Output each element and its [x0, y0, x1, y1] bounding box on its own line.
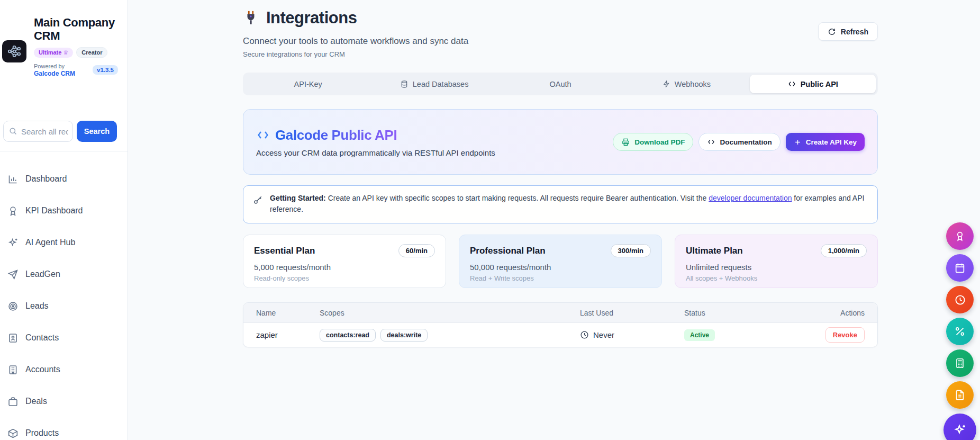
file-text-fab[interactable]	[946, 381, 974, 409]
sidebar: Main Company CRM Ultimate ♕ Creator Powe…	[0, 0, 128, 440]
plan-scopes: Read + Write scopes	[470, 274, 651, 282]
plan-card-professional: Professional Plan 300/min 50,000 request…	[459, 235, 662, 288]
plan-name: Essential Plan	[254, 246, 315, 256]
scopes-cell: contacts:read deals:write	[320, 329, 580, 342]
zap-icon	[663, 80, 670, 88]
status-badge: Active	[684, 329, 715, 341]
sidebar-nav: Dashboard KPI Dashboard AI Agent Hub Lea…	[0, 151, 128, 440]
printer-icon	[621, 138, 630, 147]
network-graph-icon	[6, 43, 23, 59]
award-fab[interactable]	[946, 222, 974, 250]
tab-api-key[interactable]: API-Key	[245, 75, 371, 93]
clock-fab[interactable]	[946, 286, 974, 313]
sidebar-item-products[interactable]: Products	[7, 421, 128, 440]
sidebar-search: Search	[3, 121, 117, 142]
clock-icon	[954, 294, 966, 306]
hero-title: Galcode Public API	[275, 127, 397, 143]
briefcase-icon	[7, 396, 19, 407]
award-icon	[7, 205, 19, 217]
refresh-button[interactable]: Refresh	[818, 22, 878, 41]
plan-name: Professional Plan	[470, 246, 546, 256]
sidebar-item-accounts[interactable]: Accounts	[7, 358, 128, 381]
plan-requests: 50,000 requests/month	[470, 263, 651, 272]
api-key-name: zapier	[256, 330, 320, 339]
database-icon	[400, 80, 409, 88]
create-api-key-button[interactable]: Create API Key	[786, 133, 865, 151]
creator-badge: Creator	[76, 47, 107, 58]
last-used-cell: Never	[580, 330, 684, 339]
contact-card-icon	[7, 333, 19, 344]
col-name: Name	[256, 309, 320, 317]
tab-lead-databases[interactable]: Lead Databases	[371, 75, 497, 93]
integration-tabs: API-Key Lead Databases OAuth Webhooks Pu…	[243, 73, 878, 95]
plus-icon	[794, 138, 802, 146]
page-subtitle: Connect your tools to automate workflows…	[243, 36, 878, 47]
sidebar-item-kpi-dashboard[interactable]: KPI Dashboard	[7, 199, 128, 222]
sidebar-item-contacts[interactable]: Contacts	[7, 326, 128, 349]
bar-chart-icon	[7, 174, 19, 185]
sidebar-item-leadgen[interactable]: LeadGen	[7, 263, 128, 286]
plan-card-essential: Essential Plan 60/min 5,000 requests/mon…	[243, 235, 446, 288]
sparkles-icon	[7, 237, 19, 248]
scope-chip: contacts:read	[320, 329, 376, 342]
building-icon	[7, 364, 19, 375]
brand-link[interactable]: Galcode CRM	[34, 70, 75, 77]
revoke-button[interactable]: Revoke	[825, 327, 865, 343]
clock-icon	[580, 330, 589, 339]
sparkles-fab[interactable]	[943, 414, 976, 440]
getting-started-text: Getting Started: Create an API key with …	[270, 193, 867, 215]
documentation-button[interactable]: Documentation	[698, 133, 780, 151]
powered-by-row: Powered by Galcode CRM v1.3.5	[34, 62, 118, 77]
rate-limit-badge: 60/min	[398, 244, 435, 257]
powered-by-label: Powered by	[34, 62, 75, 70]
calendar-fab[interactable]	[946, 254, 974, 282]
rate-limit-badge: 1,000/min	[821, 244, 867, 257]
table-row: zapier contacts:read deals:write Never A…	[243, 323, 877, 347]
table-header: Name Scopes Last Used Status Actions	[243, 303, 877, 323]
ultimate-badge: Ultimate ♕	[34, 48, 73, 58]
rate-limit-badge: 300/min	[611, 244, 651, 257]
version-badge: v1.3.5	[93, 65, 118, 75]
plan-requests: 5,000 requests/month	[254, 263, 435, 272]
search-button[interactable]: Search	[77, 121, 117, 142]
sidebar-item-deals[interactable]: Deals	[7, 390, 128, 413]
download-pdf-button[interactable]: Download PDF	[613, 133, 693, 151]
page-header: Integrations	[243, 6, 878, 30]
col-scopes: Scopes	[320, 309, 580, 317]
getting-started-box: Getting Started: Create an API key with …	[243, 185, 878, 223]
crown-icon: ♕	[63, 49, 68, 56]
status-cell: Active	[684, 329, 816, 341]
plan-requests: Unlimited requests	[686, 263, 867, 272]
scope-chip: deals:write	[380, 329, 428, 342]
sidebar-item-dashboard[interactable]: Dashboard	[7, 167, 128, 191]
refresh-icon	[828, 28, 836, 36]
box-icon	[7, 428, 19, 439]
plan-card-ultimate: Ultimate Plan 1,000/min Unlimited reques…	[675, 235, 878, 288]
calendar-icon	[954, 262, 966, 274]
col-status: Status	[684, 309, 816, 317]
plan-badges: Ultimate ♕ Creator	[34, 47, 118, 58]
calculator-fab[interactable]	[946, 349, 974, 377]
page-title: Integrations	[266, 8, 357, 28]
percent-icon	[954, 326, 966, 337]
sidebar-item-ai-agent-hub[interactable]: AI Agent Hub	[7, 231, 128, 254]
search-icon	[8, 127, 17, 136]
floating-action-buttons	[943, 222, 976, 440]
plan-scopes: All scopes + Webhooks	[686, 274, 867, 282]
calculator-icon	[954, 357, 966, 369]
code-icon	[787, 80, 796, 88]
page-caption: Secure integrations for your CRM	[243, 50, 878, 58]
tab-public-api[interactable]: Public API	[750, 75, 876, 93]
plan-scopes: Read-only scopes	[254, 274, 435, 282]
key-icon	[253, 195, 263, 205]
sidebar-header: Main Company CRM Ultimate ♕ Creator Powe…	[0, 0, 128, 91]
main-area: Integrations Connect your tools to autom…	[128, 0, 980, 440]
percent-fab[interactable]	[946, 318, 974, 345]
hero-subtitle: Access your CRM data programmatically vi…	[256, 148, 495, 157]
file-text-icon	[954, 389, 966, 401]
award-icon	[954, 230, 966, 242]
tab-oauth[interactable]: OAuth	[497, 75, 623, 93]
tab-webhooks[interactable]: Webhooks	[623, 75, 749, 93]
developer-documentation-link[interactable]: developer documentation	[709, 194, 792, 202]
sidebar-item-leads[interactable]: Leads	[7, 294, 128, 318]
